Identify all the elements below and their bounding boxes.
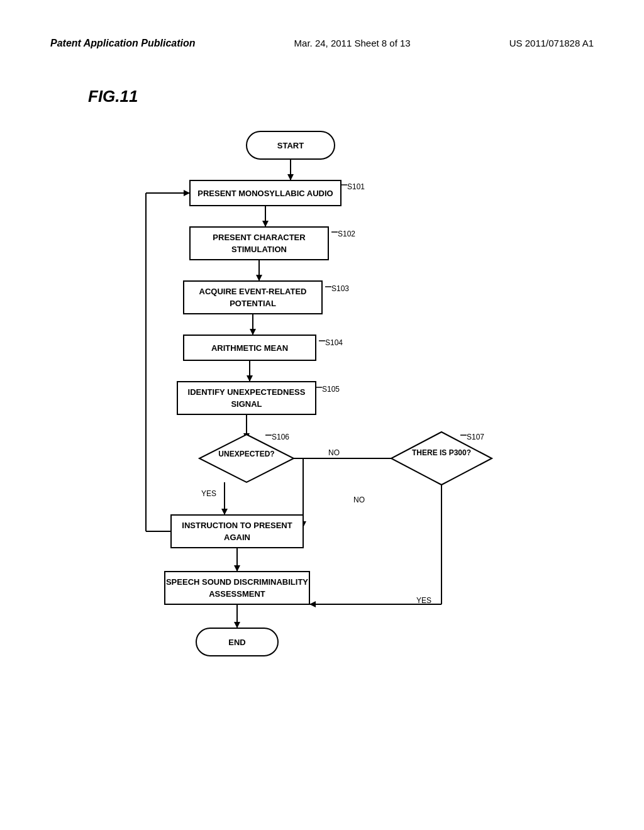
svg-marker-37 bbox=[199, 434, 294, 482]
svg-text:NO: NO bbox=[353, 495, 365, 504]
svg-marker-29 bbox=[247, 375, 253, 382]
svg-text:POTENTIAL: POTENTIAL bbox=[230, 299, 276, 308]
svg-text:NO: NO bbox=[328, 448, 340, 457]
svg-text:IDENTIFY UNEXPECTEDNESS: IDENTIFY UNEXPECTEDNESS bbox=[188, 387, 306, 397]
svg-text:PRESENT CHARACTER: PRESENT CHARACTER bbox=[213, 233, 306, 242]
svg-text:S107: S107 bbox=[467, 433, 484, 441]
svg-marker-65 bbox=[234, 565, 240, 572]
svg-text:STIMULATION: STIMULATION bbox=[231, 245, 287, 254]
svg-marker-44 bbox=[221, 509, 228, 515]
svg-rect-68 bbox=[165, 572, 309, 604]
svg-text:PRESENT MONOSYLLABIC AUDIO: PRESENT MONOSYLLABIC AUDIO bbox=[197, 189, 333, 198]
svg-rect-57 bbox=[171, 515, 303, 548]
svg-text:YES: YES bbox=[201, 489, 216, 498]
svg-marker-3 bbox=[287, 174, 294, 180]
svg-marker-76 bbox=[234, 622, 240, 628]
svg-text:ACQUIRE EVENT-RELATED: ACQUIRE EVENT-RELATED bbox=[199, 287, 307, 296]
header-patent-number: US 2011/071828 A1 bbox=[509, 38, 594, 48]
svg-text:THERE IS P300?: THERE IS P300? bbox=[412, 448, 471, 457]
svg-text:S101: S101 bbox=[347, 182, 365, 191]
svg-rect-12 bbox=[190, 227, 328, 260]
svg-text:SIGNAL: SIGNAL bbox=[231, 399, 262, 409]
svg-marker-63 bbox=[184, 190, 190, 196]
figure-title: FIG.11 bbox=[88, 87, 594, 106]
svg-text:S104: S104 bbox=[325, 338, 343, 347]
svg-text:UNEXPECTED?: UNEXPECTED? bbox=[218, 450, 274, 458]
svg-text:ASSESSMENT: ASSESSMENT bbox=[209, 589, 265, 599]
svg-marker-23 bbox=[250, 329, 256, 335]
svg-text:S103: S103 bbox=[331, 284, 349, 293]
header: Patent Application Publication Mar. 24, … bbox=[50, 38, 594, 49]
svg-text:START: START bbox=[277, 141, 304, 150]
svg-text:AGAIN: AGAIN bbox=[224, 533, 250, 542]
svg-text:S105: S105 bbox=[322, 385, 340, 394]
svg-rect-19 bbox=[184, 281, 322, 314]
svg-text:INSTRUCTION TO PRESENT: INSTRUCTION TO PRESENT bbox=[182, 521, 292, 530]
svg-text:END: END bbox=[228, 638, 245, 647]
svg-text:ARITHMETIC MEAN: ARITHMETIC MEAN bbox=[211, 343, 288, 353]
svg-marker-16 bbox=[256, 275, 262, 281]
svg-text:S102: S102 bbox=[338, 230, 355, 238]
svg-text:YES: YES bbox=[416, 596, 431, 605]
svg-text:S106: S106 bbox=[272, 433, 289, 441]
svg-marker-9 bbox=[262, 221, 269, 227]
svg-marker-74 bbox=[309, 601, 316, 607]
header-publication: Patent Application Publication bbox=[50, 38, 196, 49]
flowchart: START S101 PRESENT MONOSYLLABIC AUDIO S1… bbox=[108, 125, 536, 754]
header-date-sheet: Mar. 24, 2011 Sheet 8 of 13 bbox=[294, 38, 411, 48]
svg-rect-32 bbox=[177, 382, 316, 414]
page: Patent Application Publication Mar. 24, … bbox=[0, 0, 644, 830]
svg-text:SPEECH SOUND DISCRIMINABILITY: SPEECH SOUND DISCRIMINABILITY bbox=[166, 577, 308, 587]
